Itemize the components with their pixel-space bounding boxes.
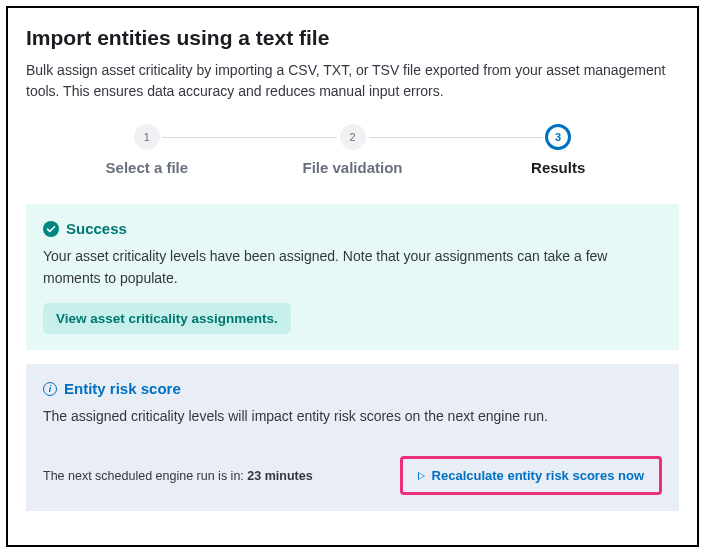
- step-select-file: 1 Select a file: [44, 124, 250, 176]
- callout-footer: The next scheduled engine run is in: 23 …: [43, 456, 662, 495]
- callout-header: Success: [43, 220, 662, 237]
- schedule-text: The next scheduled engine run is in: 23 …: [43, 469, 313, 483]
- import-entities-dialog: Import entities using a text file Bulk a…: [6, 6, 699, 547]
- callout-body: Your asset criticality levels have been …: [43, 246, 662, 289]
- play-icon: [418, 472, 425, 480]
- step-number-badge: 1: [134, 124, 160, 150]
- schedule-label: The next scheduled engine run is in:: [43, 469, 247, 483]
- page-subtitle: Bulk assign asset criticality by importi…: [26, 60, 679, 102]
- schedule-value: 23 minutes: [247, 469, 312, 483]
- step-results: 3 Results: [455, 124, 661, 176]
- check-circle-icon: [43, 221, 59, 237]
- step-file-validation: 2 File validation: [250, 124, 456, 176]
- callout-body: The assigned criticality levels will imp…: [43, 406, 662, 428]
- step-label: Select a file: [106, 159, 189, 176]
- callout-title: Entity risk score: [64, 380, 181, 397]
- step-number-badge: 3: [545, 124, 571, 150]
- highlight-box: Recalculate entity risk scores now: [400, 456, 662, 495]
- recalculate-label: Recalculate entity risk scores now: [432, 468, 644, 483]
- callout-header: i Entity risk score: [43, 380, 662, 397]
- risk-score-callout: i Entity risk score The assigned critica…: [26, 364, 679, 511]
- success-callout: Success Your asset criticality levels ha…: [26, 204, 679, 350]
- step-label: File validation: [302, 159, 402, 176]
- callout-title: Success: [66, 220, 127, 237]
- info-circle-icon: i: [43, 382, 57, 396]
- step-number-badge: 2: [340, 124, 366, 150]
- view-assignments-button[interactable]: View asset criticality assignments.: [43, 303, 291, 334]
- step-indicator: 1 Select a file 2 File validation 3 Resu…: [44, 124, 661, 176]
- page-title: Import entities using a text file: [26, 26, 679, 50]
- recalculate-scores-button[interactable]: Recalculate entity risk scores now: [406, 460, 656, 491]
- step-label: Results: [531, 159, 585, 176]
